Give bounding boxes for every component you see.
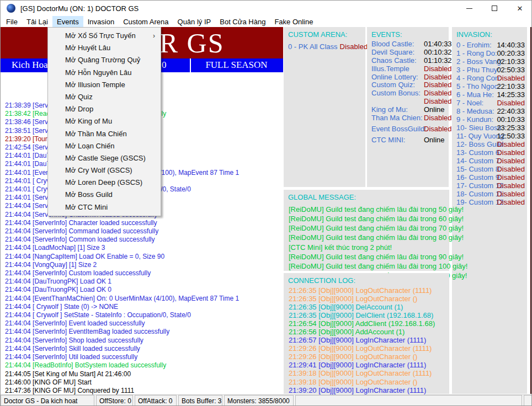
title-bar[interactable]: [GS] DoctorMu (ON: 1) DOCTOR GS ✕ [1, 1, 532, 16]
invasion-label: 1 - Rong Do: [456, 49, 497, 57]
events-rows: Blood Castle:01:40:33Devil Square:00:10:… [367, 39, 449, 145]
menu-item-bot-c-a-h-ng[interactable]: Bot Cửa Hàng [215, 16, 270, 27]
status-segment-monsters: Monsters: 3855/8000 [224, 395, 294, 406]
invasion-label: 13- Custom 6: [456, 148, 502, 157]
dropdown-item-m-th-n-ma-chi-n[interactable]: Mở Thần Ma Chiến [48, 128, 161, 140]
menu-item-fake-online[interactable]: Fake Online [270, 16, 317, 27]
connection-log-line: 21:29:26 [Obj][9000] LogOutCharacter (11… [289, 344, 449, 352]
invasion-header: INVASION: [452, 27, 527, 39]
dropdown-item-m-x-s-tr-c-tuy-n[interactable]: Mở Xổ Số Trực Tuyến› [48, 30, 161, 42]
global-message-line: [ReiDoMU] Guild test đang chiếm lâu đài … [289, 214, 449, 223]
dropdown-item-m-qu-ng-tr-ng-qu[interactable]: Mở Quảng Trường Quỷ [48, 54, 161, 66]
log-line: 21:44:04 [DauTruongPK] Load OK 1 [5, 277, 282, 286]
invasion-label: 9 - Kundun: [456, 115, 493, 124]
event-value: Disabled [424, 89, 452, 98]
season-bar-activation: Kich Hoat [12, 60, 50, 71]
event-label: Custom Bonus: [371, 89, 421, 97]
dropdown-item-m-ctc-mini[interactable]: Mở CTC Mini [48, 201, 161, 213]
minimize-button[interactable] [456, 1, 482, 16]
invasion-value: 02:10:33 [497, 57, 525, 66]
dropdown-item-m-loren-deep-gscs[interactable]: Mở Loren Deep (GSCS) [48, 177, 161, 189]
invasion-row: 3 - Phu Thuy:02:50:33 [452, 66, 527, 74]
global-message-line: [ReiDoMU] Guild test đang chiếm lâu đài … [289, 252, 449, 261]
menu-item-file[interactable]: File [2, 16, 22, 27]
connection-log-line: 21:29:41 [Obj][9000] LogInCharacter (111… [289, 361, 449, 369]
maximize-button[interactable] [482, 1, 507, 16]
connection-log-line: 21:26:35 [Obj][9000] LogOutCharacter (11… [289, 286, 449, 295]
event-row: Devil Square:00:10:32 [367, 49, 449, 57]
menu-bar: FileTải LạiEventsInvasionCustom ArenaQuả… [1, 16, 532, 27]
connection-log-line: 21:39:20 [Obj][9000] LogInCharacter (111… [289, 386, 449, 394]
status-segment-offstore: OffStore: 0 [96, 395, 133, 406]
dropdown-item-m-h-n-nguy-n-l-u[interactable]: Mở Hỗn Nguyên Lâu [48, 67, 161, 79]
invasion-value: 14:40:33 [497, 41, 525, 49]
event-value: Disabled [424, 81, 452, 89]
event-value: Online [424, 106, 445, 114]
status-segment-doctor-gs-da-kich-hoat: Doctor GS - Da kich hoat [1, 395, 94, 406]
invasion-value: Disabled [497, 165, 525, 173]
dropdown-item-m-drop[interactable]: Mở Drop [48, 103, 161, 115]
event-label: King of Mu: [371, 105, 408, 114]
dropdown-item-m-boss-guild[interactable]: Mở Boss Guild [48, 189, 161, 201]
invasion-row: 12- Boss Guild:Disabled [452, 140, 527, 148]
connection-log-header: CONNECTION LOG: [284, 273, 449, 285]
menu-item-events[interactable]: Events [52, 16, 83, 27]
dropdown-item-m-illusion-temple[interactable]: Mở Illusion Temple [48, 79, 161, 91]
invasion-label: 15- Custom 8: [456, 165, 502, 173]
log-line: 21:44:04 [ServerInfo] EventItemBag loade… [5, 328, 282, 336]
log-line: 21:44:04 [EventThanMaChien] On: 0 UserMi… [5, 295, 282, 303]
invasion-row: 9 - Kundun:00:10:33 [452, 115, 527, 124]
event-value: 00:10:32 [424, 49, 452, 57]
dropdown-item-m-huy-t-l-u[interactable]: Mở Huyết Lâu [48, 42, 161, 54]
invasion-label: 5 - Tho Ngoc: [456, 82, 500, 90]
window-controls: ✕ [456, 1, 532, 16]
dropdown-item-m-castle-siege-gscs[interactable]: Mở Castle Siege (GSCS) [48, 152, 161, 164]
log-line: 21:44:04 [ServerInfo] Shop loaded succes… [5, 336, 282, 345]
menu-item-t-i-l-i[interactable]: Tải Lại [22, 16, 52, 27]
invasion-value: Disabled [497, 99, 525, 107]
log-line: 21:44:04 [ServerInfo] Custom loaded succ… [5, 269, 282, 277]
menu-item-custom-arena[interactable]: Custom Arena [119, 16, 173, 27]
log-line: 21:44:04 [ServerInfo] Skill loaded succe… [5, 345, 282, 353]
invasion-label: 16- Custom 9: [456, 173, 502, 181]
log-line: 21:44:04 [ Crywolf ] State (0) -> NONE [5, 303, 282, 311]
connection-log-line: 21:26:57 [Obj][9000] LogInCharacter (111… [289, 336, 449, 344]
dropdown-item-m-king-of-mu[interactable]: Mở King of Mu [48, 115, 161, 127]
log-line: 21:47:36 [KING OF MU] Conquered by 1111 [5, 387, 282, 395]
event-label: Illus.Temple [371, 65, 409, 73]
invasion-value: 22:10:33 [497, 82, 525, 90]
arena-status: Disabled [340, 42, 368, 51]
app-window: [GS] DoctorMu (ON: 1) DOCTOR GS ✕ FileTả… [0, 0, 532, 406]
log-line: 21:44:04 [ReadBotInfo] BotSystem loaded … [5, 361, 282, 370]
global-message-list: [ReiDoMU] Guild test đang chiếm lâu đài … [284, 201, 449, 280]
dropdown-item-m-quiz[interactable]: Mở Quiz [48, 91, 161, 103]
global-message-line: [ReiDoMU] Guild test đang chiếm lâu đài … [289, 261, 449, 271]
menu-item-qu-n-l-ip[interactable]: Quản lý IP [173, 16, 216, 27]
events-header: EVENTS: [367, 27, 449, 39]
invasion-value: 14:25:33 [497, 90, 525, 99]
dropdown-item-m-cry-wolf-gscs[interactable]: Mở Cry Wolf (GSCS) [48, 164, 161, 177]
invasion-value: Disabled [497, 140, 525, 148]
connection-log-line: 21:39:18 [Obj][9000] LogOutCharacter () [289, 378, 449, 386]
invasion-label: 14- Custom 7: [456, 157, 502, 165]
connection-log-line: 21:26:35 [Obj][9000] DelClient (192.168.… [289, 311, 449, 319]
invasion-value: 22:40:33 [497, 107, 525, 115]
event-label: Chaos Castle: [371, 56, 417, 65]
invasion-label: 8 - Medusa: [456, 107, 494, 115]
invasion-row: 2 - Boss Vang:02:10:33 [452, 57, 527, 66]
event-label: Event BossGuild: [371, 125, 427, 133]
event-row: Chaos Castle:01:10:32 [367, 57, 449, 65]
event-value: Disabled [424, 114, 452, 122]
dropdown-item-m-lo-n-chi-n[interactable]: Mở Loạn Chiến [48, 140, 161, 152]
invasion-row: 15- Custom 8:Disabled [452, 165, 527, 173]
log-line: 21:44:04 [ServerInfo] Common loaded succ… [5, 236, 282, 244]
close-icon: ✕ [517, 5, 523, 12]
invasion-value: 23:25:33 [497, 124, 525, 132]
connection-log-line: 21:26:35 [Obj][9000] DelAccount (1) [289, 303, 449, 311]
invasion-label: 0 - Erohim: [456, 41, 492, 49]
minimize-icon [466, 8, 472, 9]
window-title: [GS] DoctorMu (ON: 1) DOCTOR GS [20, 4, 139, 13]
invasion-row: 4 - Rong Con:Disabled [452, 74, 527, 82]
menu-item-invasion[interactable]: Invasion [83, 16, 119, 27]
close-button[interactable]: ✕ [507, 1, 532, 16]
